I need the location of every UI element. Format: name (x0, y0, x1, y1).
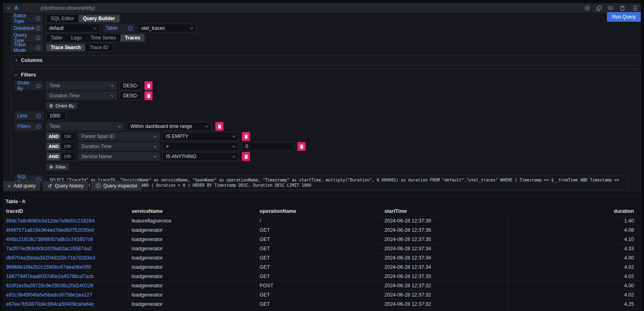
remove-filter-button[interactable] (215, 122, 223, 131)
add-order-by-label: Order By (56, 103, 74, 108)
remove-order-by-button[interactable] (144, 91, 153, 100)
editor-type-option-builder[interactable]: Query Builder (78, 15, 119, 22)
or-option[interactable]: OR (61, 153, 75, 160)
add-order-by-button[interactable]: ⊕ Order By (46, 102, 77, 109)
remove-filter-button[interactable] (242, 132, 250, 141)
trace-id-link[interactable]: e91c3645f04fa5e58adcd0758e1ea127 (6, 292, 92, 298)
limit-input[interactable]: 1000 (46, 111, 66, 120)
query-inspector-button[interactable]: i Query inspector (91, 181, 142, 191)
column-header-duration[interactable]: duration (509, 206, 640, 216)
operation-name-cell: GET (257, 235, 382, 244)
add-query-button[interactable]: + Add query (3, 181, 40, 191)
editor-type-label-box: Editor Type i (11, 14, 43, 23)
info-icon[interactable]: i (36, 36, 40, 40)
and-option[interactable]: AND (47, 153, 61, 160)
filter-field-select[interactable]: Service Name (78, 152, 160, 161)
editor-type-option-sql[interactable]: SQL Editor (46, 15, 78, 22)
start-time-cell: 2024-06-28 12:37:32 (382, 281, 509, 290)
order-by-direction-select[interactable]: DESC (120, 91, 141, 100)
info-icon[interactable]: i (36, 16, 40, 21)
collapse-query-chevron-icon[interactable] (7, 6, 10, 9)
or-option[interactable]: OR (61, 133, 75, 140)
trace-id-link[interactable]: 96968b10fa2b2c1590bc67dea06ef35f (6, 264, 91, 270)
columns-section-toggle[interactable]: Columns (11, 56, 640, 65)
info-icon[interactable]: i (36, 84, 41, 88)
database-label: Database (14, 25, 34, 31)
duration-cell: 4.00 (509, 253, 640, 262)
operation-name-cell: GET (257, 253, 382, 262)
info-icon[interactable]: i (36, 114, 41, 118)
query-type-label-box: Query Type i (11, 33, 43, 42)
database-select[interactable]: default (45, 24, 100, 33)
query-row-header[interactable]: A (clickhouse-observability) (3, 3, 641, 13)
trace-id-link[interactable]: 4f497571a618e364ed7ded60752030e0 (6, 227, 94, 233)
query-history-button[interactable]: ↺ Query history (43, 181, 88, 191)
query-type-option-table[interactable]: Table (46, 34, 67, 41)
remove-filter-button[interactable] (297, 142, 305, 151)
filter-field-select[interactable]: Duration Time (78, 142, 160, 151)
trace-id-link[interactable]: 1887794f7eaa6037d0e2a4579bcd7acb (6, 274, 94, 279)
table-row: 96968b10fa2b2c1590bc67dea06ef35f loadgen… (4, 262, 640, 272)
filter-field-select[interactable]: Parent Span ID (78, 132, 160, 141)
filter-operator-select[interactable]: > (162, 142, 239, 151)
add-filter-button[interactable]: ⊕ Filter (46, 163, 69, 171)
table-header-row: traceID serviceName operationName startT… (4, 206, 640, 216)
query-type-option-traces[interactable]: Traces (120, 34, 144, 41)
service-name-cell: loadgenerator (129, 235, 257, 244)
filter-operator-select[interactable]: IS ANYTHING (162, 152, 239, 161)
trace-id-link[interactable]: 62df1ec9a29728c9e29536c20d140226 (6, 283, 93, 288)
trace-mode-option-search[interactable]: Trace Search (46, 44, 85, 51)
and-option[interactable]: AND (47, 143, 61, 150)
chevron-down-icon (190, 26, 193, 29)
trace-id-link[interactable]: e67ee7b53870d4c864ca50409ca0e64c (6, 301, 95, 307)
remove-filter-button[interactable] (242, 152, 250, 161)
order-by-field-select[interactable]: Duration Time (46, 91, 117, 100)
info-icon[interactable]: i (36, 45, 40, 50)
filter-value-input[interactable]: 0 (242, 142, 294, 151)
start-time-cell: 2024-06-28 12:37:39 (382, 216, 509, 225)
panel-title: Table - A (4, 196, 640, 206)
remove-query-trash-icon[interactable] (619, 5, 625, 11)
query-type-option-timeseries[interactable]: Time Series (86, 34, 121, 41)
filter-field-select[interactable]: Time (46, 122, 124, 131)
or-option[interactable]: OR (61, 143, 75, 150)
operation-name-cell: / (257, 216, 382, 225)
column-header-operationname[interactable]: operationName (257, 206, 382, 216)
filter-operator-select[interactable]: Within dashboard time range (127, 122, 211, 131)
trace-id-link[interactable]: 7a2f07ecf63c60b1029ab2ac155874a2 (6, 246, 92, 251)
info-icon[interactable]: i (36, 26, 40, 31)
chevron-right-icon (14, 59, 17, 62)
filters-section-toggle[interactable]: Filters (14, 69, 640, 79)
column-header-traceid[interactable]: traceID (4, 206, 129, 216)
filter-field-value: Time (50, 124, 60, 129)
filter-operator-select[interactable]: IS EMPTY (162, 132, 239, 141)
record-query-icon[interactable] (584, 5, 590, 11)
trace-id-link[interactable]: 89dc7e8c6060c0d12de7e9b50c216284 (6, 218, 95, 224)
info-icon[interactable]: i (128, 26, 132, 31)
order-by-direction-select[interactable]: DESC (120, 81, 141, 90)
trace-id-link[interactable]: 4f45c21918c73698057a8b1c741657c6 (6, 237, 93, 242)
table-select[interactable]: otel_traces (138, 24, 196, 33)
order-by-field-select[interactable]: Time (46, 81, 117, 90)
chevron-down-icon (111, 83, 114, 87)
duplicate-query-icon[interactable] (596, 5, 602, 11)
query-type-option-logs[interactable]: Logs (67, 34, 86, 41)
hide-response-eye-icon[interactable] (608, 5, 613, 11)
order-by-field-value: Time (50, 83, 60, 89)
service-name-cell: loadgenerator (129, 272, 257, 281)
drag-handle-icon[interactable] (631, 5, 637, 11)
column-header-starttime[interactable]: startTime (382, 206, 509, 216)
trace-id-link[interactable]: db9704a2bbda34204d159c71b78283e3 (6, 255, 95, 261)
table-row: 4f45c21918c73698057a8b1c741657c6 loadgen… (4, 235, 640, 244)
and-option[interactable]: AND (47, 133, 61, 140)
column-header-servicename[interactable]: serviceName (129, 206, 257, 216)
info-icon[interactable]: i (36, 124, 41, 129)
trace-mode-option-id[interactable]: Trace ID (85, 44, 113, 51)
remove-order-by-button[interactable] (144, 81, 153, 90)
filters-section-label: Filters (21, 72, 36, 78)
table-value: otel_traces (141, 25, 165, 31)
info-circle-icon: i (96, 183, 101, 188)
limit-label-box: Limit i (14, 111, 43, 120)
editor-type-label: Editor Type (14, 13, 36, 24)
start-time-cell: 2024-06-28 12:37:31 (382, 309, 509, 311)
